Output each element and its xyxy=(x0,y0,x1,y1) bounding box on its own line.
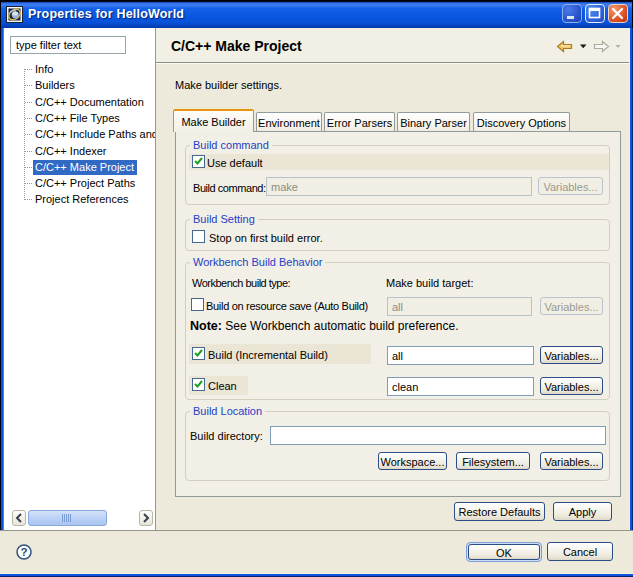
svg-text:?: ? xyxy=(20,546,27,558)
